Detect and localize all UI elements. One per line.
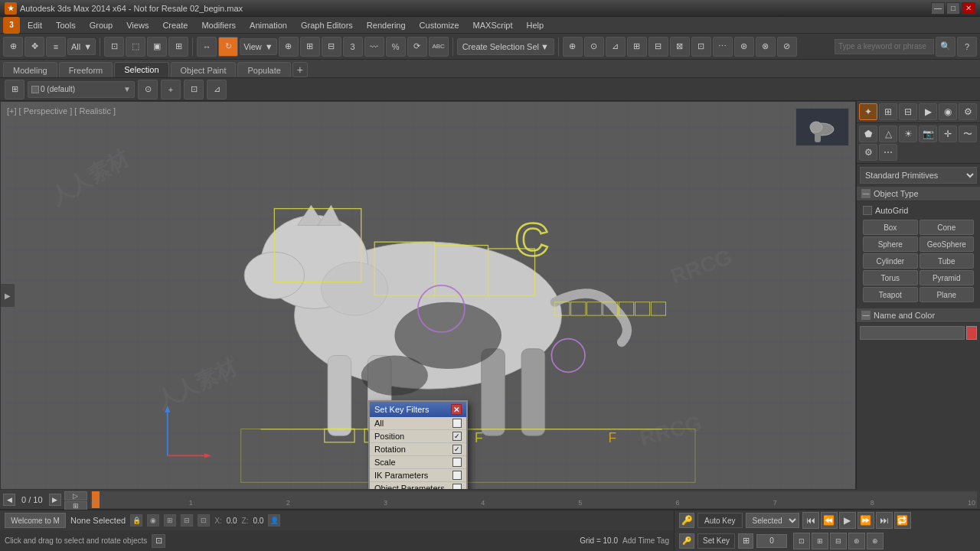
welcome-box[interactable]: Welcome to M [5, 513, 66, 528]
toolbar-btn-h[interactable]: ⋯ [713, 37, 733, 57]
filter-ik-params[interactable]: IK Parameters [370, 469, 466, 482]
filter-obj-checkbox[interactable] [452, 484, 462, 490]
prev-frame-btn[interactable]: ⏪ [821, 512, 838, 529]
select-box-btn[interactable]: ▣ [147, 37, 167, 57]
layer-selector[interactable]: 0 (default) ▼ [28, 81, 135, 98]
panel-camera-icon[interactable]: 📷 [919, 126, 937, 142]
filter-scale-checkbox[interactable] [452, 458, 462, 467]
extra-btn-a[interactable]: ⊡ [793, 533, 810, 549]
secondary-btn-c[interactable]: ⊡ [184, 80, 204, 99]
create-selection-button[interactable]: Create Selection Sel ▼ [457, 38, 554, 55]
filter-position-checkbox[interactable] [452, 432, 462, 441]
maximize-button[interactable]: □ [946, 2, 960, 15]
menu-help[interactable]: Help [521, 19, 550, 31]
menu-customize[interactable]: Customize [413, 19, 466, 31]
cylinder-btn[interactable]: Cylinder [863, 253, 918, 269]
panel-icon-display[interactable]: ◉ [939, 103, 957, 120]
snap-btn[interactable]: ⊕ [279, 37, 299, 57]
viewport[interactable]: [+] [ Perspective ] [ Realistic ] 人人素材 R… [0, 101, 856, 490]
panel-geometry-icon[interactable]: ⬟ [859, 126, 877, 142]
panel-system-icon[interactable]: ⚙ [859, 144, 877, 161]
abc-btn[interactable]: ABC [429, 37, 449, 57]
filter-dropdown[interactable]: All ▼ [67, 38, 96, 55]
auto-key-button[interactable]: Auto Key [697, 513, 743, 528]
close-button[interactable]: ✕ [962, 2, 975, 15]
search-btn[interactable]: 🔍 [936, 37, 956, 57]
panel-shape-icon[interactable]: △ [879, 126, 897, 142]
toolbar-btn-g[interactable]: ⊡ [691, 37, 711, 57]
layer-icon[interactable]: ⊞ [5, 80, 24, 99]
cone-btn[interactable]: Cone [920, 220, 975, 235]
menu-maxscript[interactable]: MAXScript [467, 19, 519, 31]
toggle-icon[interactable]: ⊡ [152, 534, 165, 548]
move-btn[interactable]: ↔ [197, 37, 217, 57]
panel-helper-icon[interactable]: ✛ [939, 126, 957, 142]
box-btn[interactable]: Box [863, 220, 918, 235]
snap2-btn[interactable]: ⊞ [300, 37, 320, 57]
selected-dropdown[interactable]: Selected [746, 513, 799, 528]
key-icon[interactable]: 🔑 [679, 513, 694, 528]
user-icon[interactable]: 👤 [268, 514, 280, 527]
tab-selection[interactable]: Selection [114, 62, 168, 77]
panel-light-icon[interactable]: ☀ [899, 126, 917, 142]
toolbar-btn-a[interactable]: ⊕ [563, 37, 583, 57]
layer-btn[interactable]: ≡ [46, 37, 66, 57]
minimize-button[interactable]: — [931, 2, 945, 15]
panel-icon-create[interactable]: ✦ [859, 103, 877, 120]
menu-create[interactable]: Create [156, 19, 194, 31]
viewport-dropdown[interactable]: View ▼ [240, 38, 277, 55]
play-btn[interactable]: ▶ [839, 512, 856, 529]
secondary-btn-b[interactable]: + [161, 80, 181, 99]
toolbar-btn-e[interactable]: ⊟ [648, 37, 668, 57]
filter-all[interactable]: All [370, 417, 466, 430]
dialog-title-bar[interactable]: Set Key Filters ✕ [370, 402, 466, 417]
rotate-btn[interactable]: ↻ [218, 37, 238, 57]
tube-btn[interactable]: Tube [920, 253, 975, 269]
panel-icon-hierarchy[interactable]: ⊟ [899, 103, 917, 120]
transform-btn[interactable]: ⊞ [168, 37, 188, 57]
filter-scale[interactable]: Scale [370, 456, 466, 469]
toolbar-btn-d[interactable]: ⊞ [627, 37, 647, 57]
plane-btn[interactable]: Plane [920, 287, 975, 302]
timeline-next-btn[interactable]: ▶ [49, 494, 61, 506]
next-frame-btn[interactable]: ⏩ [858, 512, 874, 529]
sphere-btn[interactable]: Sphere [863, 236, 918, 252]
toolbar-btn-k[interactable]: ⊘ [777, 37, 797, 57]
menu-edit[interactable]: Edit [21, 19, 48, 31]
toolbar-btn-j[interactable]: ⊗ [756, 37, 776, 57]
toolbar-btn-i[interactable]: ⊛ [734, 37, 754, 57]
extra-btn-e[interactable]: ⊕ [867, 533, 884, 549]
frame-input[interactable] [756, 534, 787, 548]
timeline-frames[interactable]: 0 1 2 3 4 5 6 7 8 10 [90, 491, 977, 508]
num3-btn[interactable]: 3 [343, 37, 363, 57]
tab-modeling[interactable]: Modeling [3, 62, 57, 77]
curve-btn[interactable]: 〰 [364, 37, 384, 57]
percent-btn[interactable]: % [386, 37, 406, 57]
tab-freeform[interactable]: Freeform [59, 62, 113, 77]
panel-more-icon[interactable]: ⋯ [879, 144, 897, 161]
toolbar-btn-c[interactable]: ⊿ [606, 37, 626, 57]
tab-populate[interactable]: Populate [237, 62, 290, 77]
status-icon-c[interactable]: ⊟ [181, 514, 193, 527]
track-btn-bottom[interactable]: ⊞ [64, 501, 87, 510]
filter-icon[interactable]: ⊞ [738, 533, 753, 549]
menu-views[interactable]: Views [120, 19, 155, 31]
toolbar-btn-f[interactable]: ⊠ [670, 37, 690, 57]
status-icon-d[interactable]: ⊡ [198, 514, 210, 527]
extra-btn-c[interactable]: ⊟ [830, 533, 847, 549]
tab-object-paint[interactable]: Object Paint [171, 62, 237, 77]
timeline-prev-btn[interactable]: ◀ [3, 494, 15, 506]
filter-rotation-checkbox[interactable] [452, 445, 462, 454]
move-tool-btn[interactable]: ✥ [24, 37, 44, 57]
menu-rendering[interactable]: Rendering [361, 19, 412, 31]
filter-rotation[interactable]: Rotation [370, 443, 466, 456]
name-color-section-header[interactable]: — Name and Color [857, 308, 980, 323]
search-input[interactable] [835, 39, 934, 54]
help-btn[interactable]: ? [957, 37, 977, 57]
filter-ik-checkbox[interactable] [452, 471, 462, 480]
viewport-left-arrow[interactable]: ▶ [1, 284, 15, 307]
panel-icon-utilities[interactable]: ⚙ [959, 103, 977, 120]
select-btn[interactable]: ⊡ [104, 37, 124, 57]
object-name-input[interactable] [860, 326, 965, 340]
extra-btn-b[interactable]: ⊞ [812, 533, 828, 549]
